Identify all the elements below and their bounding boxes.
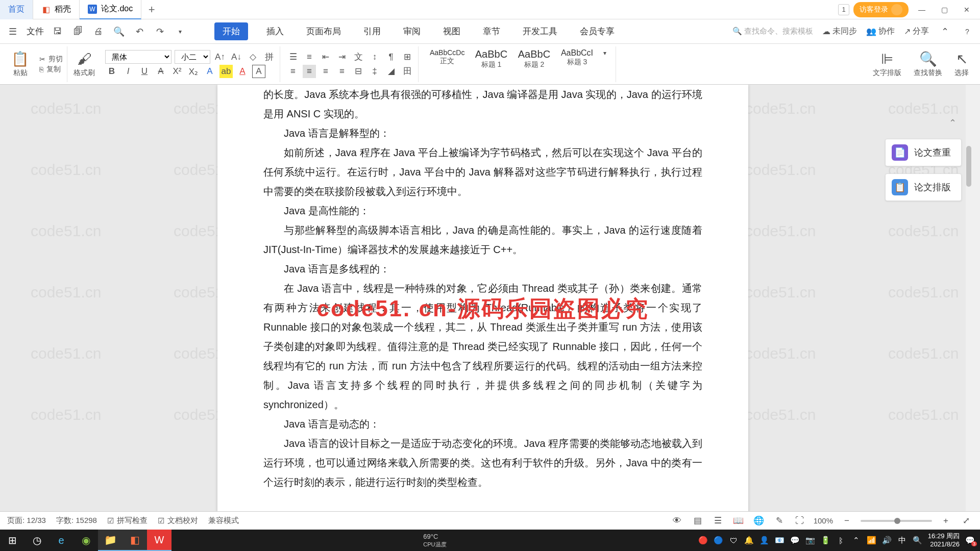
menu-tab-layout[interactable]: 页面布局	[302, 22, 345, 40]
clear-format-icon[interactable]: ◇	[246, 51, 259, 64]
ime-icon[interactable]: 中	[897, 535, 908, 545]
volume-icon[interactable]: 🔊	[882, 535, 892, 545]
minimize-button[interactable]: —	[913, 1, 931, 19]
taskbar-app-2[interactable]: ◧	[122, 530, 147, 551]
subscript-icon[interactable]: X₂	[187, 65, 200, 78]
tray-icon[interactable]: 👤	[760, 535, 770, 545]
menu-tab-start[interactable]: 开始	[214, 22, 248, 40]
text-effect-icon[interactable]: A	[203, 65, 216, 78]
shading-icon[interactable]: ◢	[384, 65, 398, 78]
share-button[interactable]: ↗ 分享	[904, 26, 929, 37]
bold-icon[interactable]: B	[105, 65, 118, 78]
decrease-indent-icon[interactable]: ⇤	[319, 51, 332, 64]
doccheck-button[interactable]: ☑ 文档校对	[158, 516, 198, 525]
notification-icon[interactable]: 💬3	[965, 535, 975, 545]
explorer-icon[interactable]: 📁	[98, 530, 122, 551]
styles-more-icon[interactable]: ▾	[598, 46, 611, 60]
print-preview-icon[interactable]: 🔍	[112, 25, 126, 38]
tray-icon[interactable]: 🔴	[698, 535, 708, 545]
guest-login-button[interactable]: 访客登录	[853, 2, 909, 17]
text-layout-button[interactable]: ⊫ 文字排版	[869, 51, 905, 78]
page-number[interactable]: 页面: 12/33	[7, 516, 46, 525]
bullet-list-icon[interactable]: ☰	[286, 51, 300, 64]
word-count[interactable]: 字数: 15298	[56, 516, 97, 525]
style-h2[interactable]: AaBbC 标题 2	[512, 46, 555, 82]
window-count[interactable]: 1	[838, 4, 849, 15]
wps-icon[interactable]: W	[147, 530, 172, 551]
show-marks-icon[interactable]: ¶	[384, 51, 398, 64]
font-color-icon[interactable]: A	[236, 65, 249, 78]
align-center-icon[interactable]: ≡	[303, 65, 316, 78]
menu-tab-reference[interactable]: 引用	[359, 22, 385, 40]
style-h1[interactable]: AaBbC 标题 1	[470, 46, 512, 82]
web-view-icon[interactable]: 🌐	[752, 514, 766, 528]
hamburger-icon[interactable]: ☰	[6, 25, 19, 38]
chevron-up-icon[interactable]: ⌃	[851, 535, 862, 545]
tab-daoke[interactable]: ◧ 稻壳	[33, 0, 80, 19]
tray-icon[interactable]: 🔵	[714, 535, 724, 545]
phonetic-icon[interactable]: 拼	[262, 51, 276, 64]
spellcheck-button[interactable]: ☑ 拼写检查	[107, 516, 148, 525]
copy-button[interactable]: ⎘复制	[39, 65, 63, 74]
menu-tab-view[interactable]: 视图	[439, 22, 464, 40]
close-button[interactable]: ✕	[958, 1, 976, 19]
outline-view-icon[interactable]: ☰	[712, 514, 725, 528]
ie-icon[interactable]: e	[49, 530, 74, 551]
print-icon[interactable]: 🖨	[92, 25, 105, 38]
asian-layout-icon[interactable]: 文	[352, 51, 365, 64]
font-name-select[interactable]: 黑体	[105, 50, 172, 64]
chrome-icon[interactable]: ◉	[74, 530, 98, 551]
menu-tab-member[interactable]: 会员专享	[576, 22, 619, 40]
style-h3[interactable]: AaBbCcI 标题 3	[555, 46, 598, 82]
decrease-font-icon[interactable]: A↓	[230, 51, 243, 64]
new-tab-button[interactable]: +	[141, 3, 162, 16]
align-left-icon[interactable]: ≡	[286, 65, 300, 78]
paper-layout-button[interactable]: 📋 论文排版	[885, 173, 962, 201]
paste-button[interactable]: 📋 粘贴	[7, 51, 33, 78]
menu-tab-insert[interactable]: 插入	[262, 22, 288, 40]
underline-icon[interactable]: U	[138, 65, 151, 78]
align-right-icon[interactable]: ≡	[319, 65, 332, 78]
zoom-value[interactable]: 100%	[814, 516, 833, 525]
justify-icon[interactable]: ≡	[335, 65, 349, 78]
fullscreen-icon[interactable]: ⤢	[960, 514, 973, 528]
save-icon[interactable]: 🖫	[51, 25, 64, 38]
taskbar-app-1[interactable]: ◷	[24, 530, 49, 551]
reading-view-icon[interactable]: 📖	[732, 514, 745, 528]
increase-font-icon[interactable]: A↑	[213, 51, 227, 64]
help-icon[interactable]: ?	[961, 25, 974, 38]
tab-home[interactable]: 首页	[0, 0, 33, 19]
increase-indent-icon[interactable]: ⇥	[335, 51, 349, 64]
tab-icon[interactable]: ⊞	[401, 51, 414, 64]
page-view-icon[interactable]: ▤	[691, 514, 704, 528]
search-tray-icon[interactable]: 🔍	[913, 535, 923, 545]
collapse-ribbon-icon[interactable]: ⌃	[938, 25, 951, 38]
taskbar-clock[interactable]: 16:29 周四 2021/8/26	[928, 532, 960, 548]
strikethrough-icon[interactable]: A	[154, 65, 167, 78]
annotate-icon[interactable]: ✎	[773, 514, 786, 528]
tray-icon[interactable]: 📷	[805, 535, 816, 545]
dropdown-icon[interactable]: ▾	[174, 25, 187, 38]
collab-button[interactable]: 👥 协作	[866, 26, 895, 37]
italic-icon[interactable]: I	[121, 65, 135, 78]
line-spacing-icon[interactable]: ‡	[368, 65, 381, 78]
undo-icon[interactable]: ↶	[133, 25, 146, 38]
style-body[interactable]: AaBbCcDc 正文	[425, 46, 470, 82]
distribute-icon[interactable]: ⊟	[352, 65, 365, 78]
char-border-icon[interactable]: A	[252, 65, 265, 78]
file-menu[interactable]: 文件	[27, 26, 44, 37]
border-icon[interactable]: 田	[401, 65, 414, 78]
sort-icon[interactable]: ↕	[368, 51, 381, 64]
start-button[interactable]: ⊞	[0, 530, 24, 551]
tab-document[interactable]: W 论文.doc	[80, 0, 141, 19]
paper-check-button[interactable]: 📄 论文查重	[885, 139, 962, 166]
menu-tab-review[interactable]: 审阅	[399, 22, 425, 40]
document-page[interactable]: 的长度。Java 系统本身也具有很强的可移植性，Java 编译器是用 Java …	[217, 85, 748, 533]
select-button[interactable]: ↖ 选择	[950, 51, 973, 78]
highlight-icon[interactable]: ab	[219, 65, 233, 78]
superscript-icon[interactable]: X²	[170, 65, 184, 78]
zoom-slider[interactable]	[861, 520, 932, 522]
font-size-select[interactable]: 小二	[175, 50, 210, 64]
vertical-scrollbar[interactable]	[966, 85, 972, 533]
redo-icon[interactable]: ↷	[153, 25, 166, 38]
